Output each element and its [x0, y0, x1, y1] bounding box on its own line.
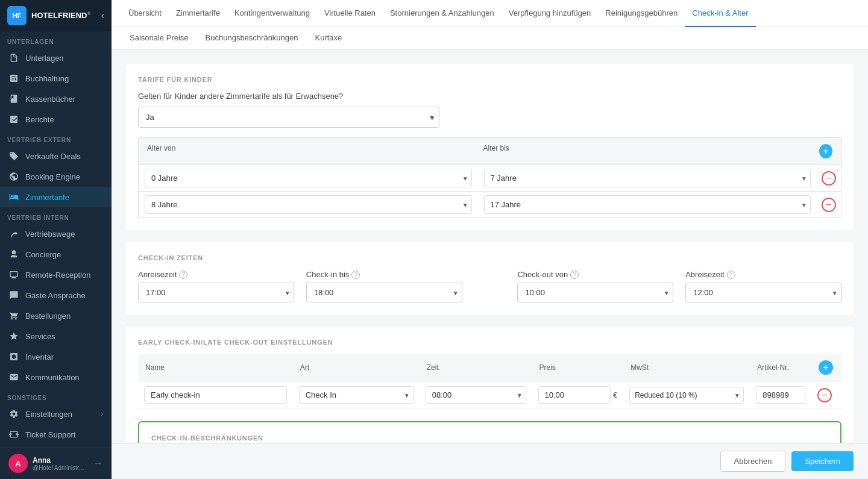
nav-verpflegung[interactable]: Verpflegung hinzufügen	[502, 0, 599, 27]
nav-ubersicht[interactable]: Übersicht	[121, 0, 169, 27]
sidebar-item-vertriebswege[interactable]: Vertriebswege	[0, 224, 112, 244]
sidebar-item-gaste-ansprache[interactable]: Gäste Ansprache	[0, 285, 112, 305]
age-von-select-0[interactable]: 0 Jahre1 Jahre2 Jahre3 Jahre4 Jahre	[145, 169, 472, 187]
row-artikel-input[interactable]	[756, 386, 805, 404]
sidebar-item-label: Kommunikation	[25, 373, 80, 382]
age-row-0: 0 Jahre1 Jahre2 Jahre3 Jahre4 Jahre ▾ 7 …	[138, 165, 841, 192]
avatar: A	[8, 454, 28, 473]
sidebar-item-verkaufte-deals[interactable]: Verkaufte Deals	[0, 146, 112, 166]
save-button[interactable]: Speichern	[791, 451, 854, 471]
checkin-bis-select[interactable]: 18:0008:0009:0010:0011:0012:0013:0014:00…	[306, 283, 462, 302]
bed-icon	[8, 192, 19, 202]
sidebar-item-label: Verkaufte Deals	[25, 152, 81, 161]
nav-kontingentverwaltung[interactable]: Kontingentverwaltung	[227, 0, 317, 27]
monitor-icon	[8, 269, 19, 280]
sidebar-item-label: Bestellungen	[25, 312, 71, 321]
sidebar-item-unterlagen[interactable]: Unterlagen	[0, 48, 112, 68]
kinder-tarife-select[interactable]: Ja Nein	[138, 107, 439, 128]
sidebar-item-label: Remote-Reception	[25, 271, 90, 280]
bottom-action-bar: Abbrechen Speichern	[112, 443, 868, 479]
checkout-von-select[interactable]: 10:0008:0009:0011:0012:00	[517, 283, 673, 302]
table-header-row: Name Art Zeit Preis MwSt	[138, 354, 841, 381]
anreisezeit-select[interactable]: 17:0008:0009:0010:0011:0012:0013:0014:00…	[138, 283, 294, 302]
col-preis: Preis	[532, 354, 624, 381]
sidebar-item-kommunikation[interactable]: Kommunikation	[0, 367, 112, 387]
row-preis-input[interactable]	[538, 386, 611, 404]
remove-age-row-0-button[interactable]: −	[822, 171, 836, 186]
help-icon[interactable]: ?	[179, 271, 187, 279]
checkin-bis-label: Check-in bis ?	[306, 270, 462, 279]
row-zeit-select[interactable]: 08:0007:0009:0010:00	[426, 386, 526, 404]
message-icon	[8, 290, 19, 301]
nav-virtuelle-raten[interactable]: Virtuelle Raten	[317, 0, 383, 27]
add-row-button[interactable]: +	[819, 360, 833, 375]
row-art-select[interactable]: Check In Check Out Late Check Out	[299, 386, 414, 404]
age-bis-select-0[interactable]: 7 Jahre8 Jahre9 Jahre10 Jahre	[484, 169, 811, 187]
user-role: @Hotel Administr...	[33, 465, 84, 471]
col-artikel-nr: Artikel-Nr.	[750, 354, 811, 381]
user-name: Anna	[33, 456, 84, 465]
logout-icon[interactable]: →	[93, 458, 103, 469]
sidebar-section-unterlagen: UNTERLAGEN Unterlagen Buchhaltung Kassen…	[0, 31, 112, 130]
sidebar-item-booking-engine[interactable]: Booking Engine	[0, 166, 112, 187]
checkin-time-row: Anreisezeit ? 17:0008:0009:0010:0011:001…	[138, 270, 841, 302]
cancel-button[interactable]: Abbrechen	[720, 451, 786, 472]
remove-age-row-1-button[interactable]: −	[822, 198, 836, 212]
kinder-tarife-question: Gelten für Kinder andere Zimmertarife al…	[138, 92, 841, 101]
checkout-von-label: Check-out von ?	[517, 270, 673, 279]
sidebar-item-einstellungen[interactable]: Einstellungen ›	[0, 404, 112, 424]
col-art: Art	[293, 354, 420, 381]
sidebar-item-kassenbucher[interactable]: Kassenbücher	[0, 89, 112, 109]
add-age-row-button[interactable]: +	[819, 144, 832, 158]
sidebar-section-label: VERTRIEB EXTERN	[0, 130, 112, 146]
nav-reinigungsgebuhren[interactable]: Reinigungsgebühren	[598, 0, 685, 27]
sidebar-item-inventar[interactable]: Inventar	[0, 346, 112, 367]
chevron-right-icon: ›	[101, 410, 103, 418]
restriction-box: CHECK-IN-BESCHRÄNKUNGEN Check-in einschr…	[138, 421, 841, 443]
route-icon	[8, 228, 19, 239]
sidebar-item-label: Berichte	[25, 115, 54, 124]
early-checkin-title: EARLY CHECK-IN/LATE CHECK-OUT EINSTELLUN…	[138, 339, 841, 346]
age-row-1: 8 Jahre9 Jahre10 Jahre ▾ 17 Jahre16 Jahr…	[138, 192, 841, 218]
sidebar-item-berichte[interactable]: Berichte	[0, 109, 112, 130]
remove-row-0-button[interactable]: −	[817, 388, 832, 402]
sidebar-item-remote-reception[interactable]: Remote-Reception	[0, 265, 112, 285]
sidebar-item-label: Einstellungen	[25, 410, 72, 419]
nav-stornierungen[interactable]: Stornierungen & Anzahlungen	[383, 0, 502, 27]
sidebar-item-services[interactable]: Services	[0, 326, 112, 346]
globe-icon	[8, 171, 19, 182]
age-bis-select-1[interactable]: 17 Jahre16 Jahre15 Jahre	[484, 195, 811, 214]
abreisezeit-select[interactable]: 12:0008:0009:0010:0011:0013:0014:00	[685, 283, 841, 302]
cart-icon	[8, 310, 19, 321]
age-von-select-1[interactable]: 8 Jahre9 Jahre10 Jahre	[145, 195, 472, 214]
subnav-buchungsbeschrankungen[interactable]: Buchungsbeschränkungen	[197, 27, 307, 49]
sidebar-item-bestellungen[interactable]: Bestellungen	[0, 305, 112, 326]
logo: HF HOTELFRIEND®	[7, 6, 90, 25]
col-name: Name	[138, 354, 293, 381]
chart-icon	[8, 114, 19, 125]
sub-navigation: Saisonale Preise Buchungsbeschränkungen …	[112, 27, 868, 49]
row-mwst-select[interactable]: Reduced 10 (10 %) Standard 20 (20 %) Zer…	[629, 387, 744, 404]
col-zeit: Zeit	[420, 354, 532, 381]
subnav-kurtaxe[interactable]: Kurtaxe	[307, 27, 351, 49]
row-name-input[interactable]	[144, 386, 287, 404]
help-icon[interactable]: ?	[727, 271, 735, 279]
sidebar-item-buchhaltung[interactable]: Buchhaltung	[0, 68, 112, 89]
help-icon[interactable]: ?	[570, 271, 579, 279]
sidebar-section-sonstiges: SONSTIGES Einstellungen › Ticket Support	[0, 387, 112, 445]
sidebar-item-ticket-support[interactable]: Ticket Support	[0, 424, 112, 445]
nav-zimmertarife[interactable]: Zimmertarife	[169, 0, 227, 27]
nav-checkin-alter[interactable]: Check-in & Alter	[685, 0, 755, 27]
sidebar-item-concierge[interactable]: Concierge	[0, 244, 112, 265]
help-icon[interactable]: ?	[351, 271, 360, 279]
calculator-icon	[8, 73, 19, 84]
user-footer: A Anna @Hotel Administr... →	[0, 447, 112, 479]
checkin-bis-group: Check-in bis ? 18:0008:0009:0010:0011:00…	[306, 270, 462, 302]
logo-icon: HF	[7, 6, 27, 25]
subnav-saisonale-preise[interactable]: Saisonale Preise	[121, 27, 197, 49]
concierge-icon	[8, 249, 19, 260]
sidebar-collapse-button[interactable]: ‹	[101, 10, 104, 21]
top-navigation: Übersicht Zimmertarife Kontingentverwalt…	[112, 0, 868, 27]
sidebar-item-zimmertarife[interactable]: Zimmertarife	[0, 187, 112, 207]
checkin-zeiten-section: CHECK-IN ZEITEN Anreisezeit ? 17:0008:00…	[126, 242, 854, 315]
